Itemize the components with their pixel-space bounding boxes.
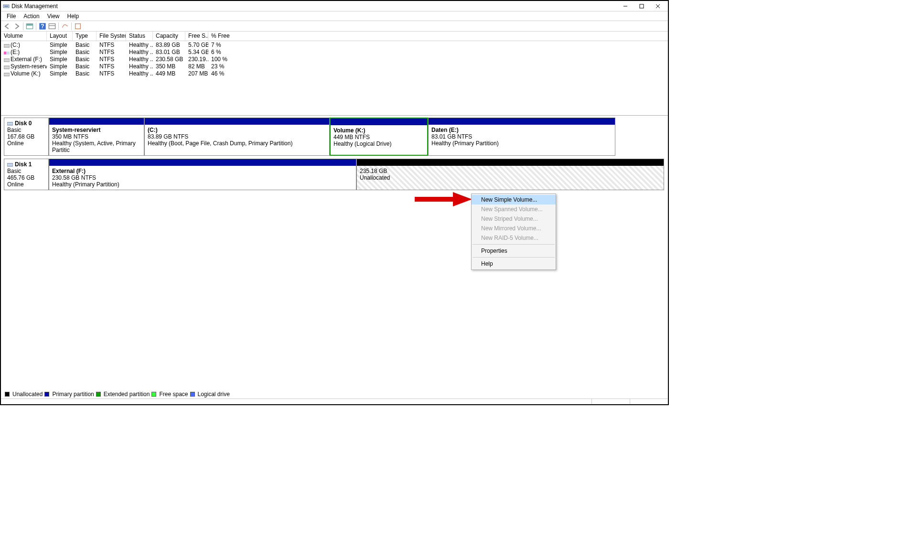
col-capacity[interactable]: Capacity: [153, 32, 185, 41]
toolbar-icon-2[interactable]: [48, 22, 56, 31]
volume-name: Volume (K:): [11, 70, 41, 77]
legend-swatch-extended: [96, 392, 101, 397]
col-type[interactable]: Type: [73, 32, 97, 41]
svg-rect-18: [4, 73, 10, 76]
volume-row[interactable]: (E:) Simple Basic NTFS Healthy ... 83.01…: [1, 48, 668, 55]
volume-list-header: Volume Layout Type File System Status Ca…: [1, 32, 668, 41]
svg-rect-1: [4, 6, 8, 7]
col-status[interactable]: Status: [126, 32, 153, 41]
partition-unallocated[interactable]: 235.18 GB Unallocated: [356, 159, 664, 190]
menu-new-simple-volume[interactable]: New Simple Volume...: [472, 195, 556, 205]
svg-marker-22: [453, 192, 472, 206]
legend-swatch-primary: [44, 392, 49, 397]
disk-row: Disk 0 Basic 167.68 GB Online System-res…: [4, 118, 665, 156]
partition[interactable]: External (F:) 230.58 GB NTFS Healthy (Pr…: [49, 159, 356, 190]
svg-rect-16: [4, 59, 10, 62]
volume-row[interactable]: External (F:) Simple Basic NTFS Healthy …: [1, 55, 668, 63]
back-button[interactable]: [3, 22, 11, 31]
svg-rect-10: [49, 23, 55, 29]
partition[interactable]: Daten (E:) 83.01 GB NTFS Healthy (Primar…: [428, 118, 615, 156]
menu-properties[interactable]: Properties: [472, 246, 556, 256]
menu-new-mirrored-volume: New Mirrored Volume...: [472, 224, 556, 233]
toolbar-icon-3[interactable]: [61, 22, 69, 31]
toolbar-icon-4[interactable]: [74, 22, 82, 31]
col-layout[interactable]: Layout: [47, 32, 73, 41]
toolbar-icon[interactable]: [25, 22, 34, 31]
legend-swatch-unallocated: [5, 392, 10, 397]
partition[interactable]: System-reserviert 350 MB NTFS Healthy (S…: [49, 118, 144, 156]
menu-new-raid5-volume: New RAID-5 Volume...: [472, 233, 556, 243]
annotation-arrow-icon: [415, 192, 472, 206]
context-menu: New Simple Volume... New Spanned Volume.…: [471, 194, 556, 270]
statusbar: [1, 398, 668, 404]
menu-new-striped-volume: New Striped Volume...: [472, 214, 556, 224]
volume-row[interactable]: (C:) Simple Basic NTFS Healthy ... 83.89…: [1, 41, 668, 48]
maximize-button[interactable]: [634, 1, 650, 11]
svg-rect-7: [26, 23, 32, 25]
disk-map: Disk 0 Basic 167.68 GB Online System-res…: [1, 115, 668, 195]
svg-rect-17: [4, 66, 10, 69]
menu-action[interactable]: Action: [20, 13, 43, 20]
volume-row[interactable]: Volume (K:) Simple Basic NTFS Healthy ..…: [1, 70, 668, 77]
window-title: Disk Management: [11, 3, 617, 10]
menu-help[interactable]: Help: [64, 13, 83, 20]
volume-name: (E:): [11, 49, 20, 55]
legend-swatch-free: [151, 392, 156, 397]
volume-name: External (F:): [11, 56, 42, 63]
menu-help[interactable]: Help: [472, 259, 556, 269]
volume-name: System-reservi...: [11, 63, 47, 70]
svg-rect-15: [6, 52, 10, 54]
col-volume[interactable]: Volume: [1, 32, 47, 41]
menu-new-spanned-volume: New Spanned Volume...: [472, 205, 556, 214]
partition-selected[interactable]: Volume (K:) 449 MB NTFS Healthy (Logical…: [330, 118, 428, 156]
legend-swatch-logical: [190, 392, 195, 397]
svg-rect-20: [7, 163, 13, 166]
svg-rect-21: [415, 197, 453, 202]
svg-rect-12: [75, 23, 81, 29]
col-free-space[interactable]: Free S...: [185, 32, 208, 41]
toolbar: ?: [1, 21, 668, 32]
partition[interactable]: (C:) 83.89 GB NTFS Healthy (Boot, Page F…: [144, 118, 330, 156]
minimize-button[interactable]: [617, 1, 634, 11]
titlebar: Disk Management: [1, 1, 668, 11]
svg-rect-19: [7, 122, 13, 125]
disk-label[interactable]: Disk 1 Basic 465.76 GB Online: [4, 159, 49, 190]
svg-rect-3: [640, 4, 644, 8]
disk-row: Disk 1 Basic 465.76 GB Online External (…: [4, 159, 665, 190]
svg-text:?: ?: [41, 23, 44, 30]
col-percent-free[interactable]: % Free: [208, 32, 668, 41]
volume-row[interactable]: System-reservi... Simple Basic NTFS Heal…: [1, 63, 668, 70]
app-icon: [3, 3, 10, 10]
close-button[interactable]: [650, 1, 666, 11]
help-button[interactable]: ?: [38, 22, 47, 31]
legend: Unallocated Primary partition Extended p…: [5, 391, 230, 398]
volume-name: (C:): [11, 42, 20, 48]
menubar: File Action View Help: [1, 11, 668, 21]
svg-rect-13: [4, 44, 10, 47]
disk-label[interactable]: Disk 0 Basic 167.68 GB Online: [4, 118, 49, 156]
volume-list: (C:) Simple Basic NTFS Healthy ... 83.89…: [1, 41, 668, 115]
svg-rect-14: [4, 52, 6, 54]
menu-view[interactable]: View: [43, 13, 64, 20]
col-file-system[interactable]: File System: [97, 32, 126, 41]
forward-button[interactable]: [12, 22, 21, 31]
menu-file[interactable]: File: [3, 13, 20, 20]
